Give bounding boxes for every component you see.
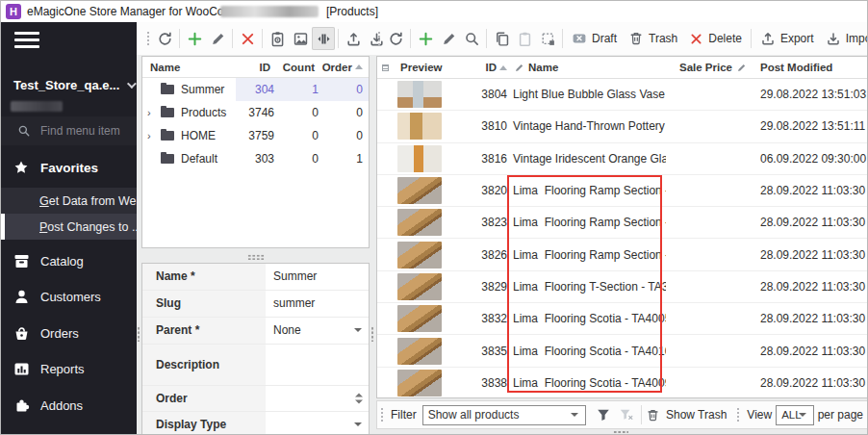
upload-button[interactable] — [342, 27, 365, 50]
column-header-post-modified[interactable]: Post Modified — [747, 62, 867, 73]
product-row[interactable]: 3820 Lima Flooring Ramp Section - TA200 … — [377, 175, 867, 207]
edit-product-button[interactable] — [437, 27, 460, 50]
slug-field[interactable]: summer — [266, 291, 369, 317]
order-spinner[interactable] — [266, 386, 369, 411]
category-tree-header: Name ID Count Order — [142, 57, 369, 78]
delete-product-button[interactable]: Delete — [683, 27, 748, 50]
product-row[interactable]: 3826 Lima Flooring Ramp Section - TA201 … — [377, 239, 867, 270]
expand-chevron-icon[interactable]: › — [147, 131, 157, 141]
title-bar: H eMagicOne Store Manager for WooCommerc… — [1, 1, 868, 22]
horizontal-splitter-handle[interactable] — [247, 254, 265, 260]
expand-chevron-icon[interactable]: › — [147, 108, 157, 118]
filter-select[interactable]: Show all products — [422, 405, 586, 425]
product-row[interactable]: 3835 Lima Flooring Scotia - TA4010 28.09… — [377, 335, 867, 367]
sidebar-item-get-data-from-web[interactable]: Get Data from Web — [1, 188, 137, 214]
paste-view-button[interactable] — [266, 27, 289, 50]
parent-select[interactable]: None — [266, 318, 369, 344]
trash-button[interactable]: Trash — [623, 27, 683, 50]
category-count: 1 — [280, 83, 324, 96]
product-row[interactable]: 3829 Lima Flooring T-Section - TA3004 28… — [377, 271, 867, 303]
toolbar-grip-icon[interactable] — [736, 407, 740, 422]
delete-x-icon — [240, 31, 256, 47]
product-row[interactable]: 3810 Vintage Hand-Thrown Pottery Vase | … — [377, 111, 867, 142]
column-header-count[interactable]: Count — [276, 62, 320, 73]
show-trash-button[interactable] — [645, 403, 662, 426]
draft-button[interactable]: Draft — [566, 27, 623, 50]
edit-pencil-icon — [514, 63, 524, 73]
sidebar-item-tools[interactable]: Tools — [1, 424, 137, 435]
sidebar-item-addons[interactable]: Addons — [1, 389, 137, 422]
sidebar-item-reports[interactable]: Reports — [1, 352, 137, 385]
paste-special-button[interactable] — [536, 27, 559, 50]
sidebar-item-post-changes[interactable]: Post Changes to ... — [1, 214, 137, 240]
column-header-sale-price[interactable]: Sale Price — [666, 62, 747, 73]
product-row[interactable]: 3804 Light Blue Bubble Glass Vase Signed… — [377, 79, 867, 111]
product-preview-image — [397, 145, 442, 172]
column-header-preview[interactable]: Preview — [393, 62, 447, 73]
sidebar-item-orders[interactable]: Orders — [1, 317, 137, 349]
export-button[interactable]: Export — [754, 27, 820, 50]
sidebar-item-customers[interactable]: Customers — [1, 280, 137, 313]
toolbar-grip-icon[interactable] — [380, 407, 384, 422]
product-preview-image — [397, 305, 442, 332]
edit-button[interactable] — [206, 27, 229, 50]
category-form-panel: Name * Summer Slug summer Parent * None … — [141, 263, 370, 435]
show-trash-label[interactable]: Show Trash — [666, 408, 727, 422]
import-button[interactable]: Import — [820, 27, 868, 50]
orders-icon — [13, 324, 31, 343]
paste-special-icon — [540, 31, 556, 47]
product-row[interactable]: 3816 Vintage Iridescent Orange Glass Car… — [377, 143, 867, 175]
category-tree-row[interactable]: › Products 3746 0 0 — [142, 101, 369, 124]
add-button[interactable] — [183, 27, 206, 50]
copy-button[interactable] — [490, 27, 513, 50]
split-view-button[interactable] — [312, 27, 335, 50]
hamburger-menu-icon[interactable] — [14, 32, 39, 48]
spinner-arrows-icon[interactable] — [355, 394, 363, 404]
form-row-parent: Parent * None — [142, 318, 369, 345]
customers-icon — [13, 288, 31, 306]
sidebar-search[interactable]: Find menu item — [1, 116, 137, 145]
toolbar-grip-icon[interactable] — [377, 31, 381, 46]
category-tree-row[interactable]: › Default 303 0 1 — [142, 147, 369, 170]
sidebar-item-favorites[interactable]: Favorites — [1, 153, 137, 182]
product-post-modified: 06.09.2022 09:30:00 — [747, 152, 867, 166]
product-name: Lima Flooring T-Section - TA3004 — [510, 280, 666, 294]
product-preview-image — [397, 338, 442, 365]
store-selector[interactable]: Test_Store_qa.e... — [1, 72, 137, 97]
delete-button[interactable] — [236, 27, 259, 50]
name-label: Name * — [142, 264, 266, 290]
column-header-name[interactable]: Name — [510, 62, 666, 73]
refresh-products-button[interactable] — [384, 27, 407, 50]
column-header-order[interactable]: Order — [320, 62, 369, 73]
sidebar-item-catalog[interactable]: Catalog — [1, 244, 137, 277]
search-placeholder: Find menu item — [40, 124, 120, 138]
name-field[interactable]: Summer — [266, 264, 369, 290]
search-products-button[interactable] — [460, 27, 483, 50]
product-post-modified: 28.09.2022 11:03:30 — [747, 376, 867, 390]
display-type-select[interactable] — [266, 412, 369, 435]
add-icon — [187, 31, 203, 47]
product-id: 3826 — [447, 248, 510, 262]
bottom-splitter-handle[interactable] — [613, 430, 628, 434]
toolbar-grip-icon[interactable] — [146, 31, 150, 46]
product-preview-image — [397, 177, 442, 204]
image-button[interactable] — [289, 27, 312, 50]
column-header-id[interactable]: ID — [447, 62, 510, 73]
add-product-button[interactable] — [414, 27, 437, 50]
product-row[interactable]: 3823 Lima Flooring Ramp Section - TA201 … — [377, 207, 867, 239]
refresh-button[interactable] — [153, 27, 176, 50]
description-field[interactable] — [266, 345, 369, 386]
category-tree-row[interactable]: › HOME 3759 0 0 — [142, 124, 369, 147]
paste-button[interactable] — [513, 27, 536, 50]
category-tree-row[interactable]: › Summer 304 1 0 — [142, 78, 369, 101]
category-id: 304 — [236, 83, 280, 96]
column-header-id[interactable]: ID — [232, 62, 276, 73]
product-row[interactable]: 3838 Lima Flooring Scotia - TA4009 28.09… — [377, 368, 867, 398]
view-select[interactable]: ALL — [776, 405, 813, 425]
panel-splitter-handle[interactable] — [370, 326, 375, 342]
clear-filter-button[interactable] — [615, 403, 638, 426]
products-toolbar: Draft Trash Delete Export Import Mass Cl — [374, 22, 868, 55]
apply-filter-button[interactable] — [592, 403, 615, 426]
column-header-name[interactable]: Name — [142, 62, 232, 73]
product-row[interactable]: 3832 Lima Flooring Scotia - TA4005 28.09… — [377, 303, 867, 335]
